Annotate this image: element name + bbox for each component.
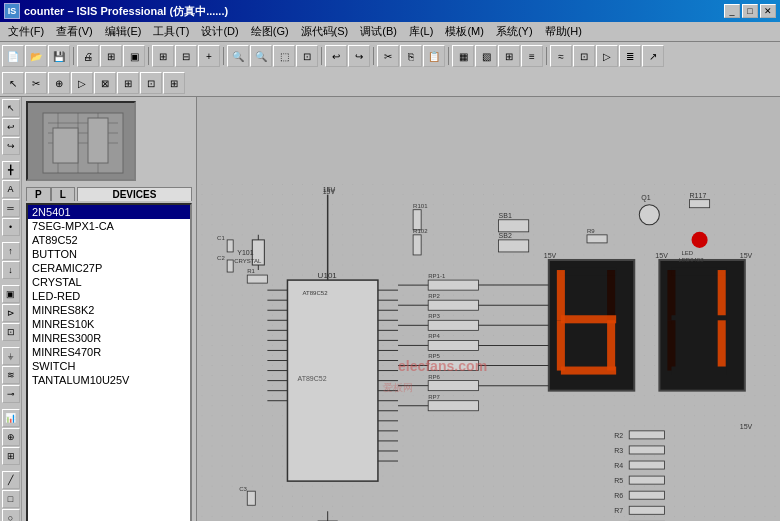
tool3-btn[interactable]: ⊕ (48, 72, 70, 94)
bom-button[interactable]: ≣ (619, 45, 641, 67)
undo-button[interactable]: ↩ (325, 45, 347, 67)
svg-text:R4: R4 (614, 462, 623, 469)
block2-button[interactable]: ▧ (475, 45, 497, 67)
redo-tool[interactable]: ↪ (2, 137, 20, 155)
simulate-button[interactable]: ▷ (596, 45, 618, 67)
device-item-minres300r[interactable]: MINRES300R (28, 331, 190, 345)
probe-tool[interactable]: ⊸ (2, 385, 20, 403)
menu-file[interactable]: 文件(F) (2, 22, 50, 41)
device-item-minres8k2[interactable]: MINRES8K2 (28, 303, 190, 317)
grid2-button[interactable]: ⊟ (175, 45, 197, 67)
tool5-btn[interactable]: ⊠ (94, 72, 116, 94)
device-item-button[interactable]: BUTTON (28, 247, 190, 261)
prop-button[interactable]: ≈ (550, 45, 572, 67)
close-button[interactable]: ✕ (760, 4, 776, 18)
cross-button[interactable]: + (198, 45, 220, 67)
window-controls[interactable]: _ □ ✕ (724, 4, 776, 18)
pointer-tool[interactable]: ↖ (2, 99, 20, 117)
menu-template[interactable]: 模板(M) (439, 22, 490, 41)
bus-tool[interactable]: ═ (2, 199, 20, 217)
zoom-fit-button[interactable]: ⊡ (296, 45, 318, 67)
device-list[interactable]: 2N5401 7SEG-MPX1-CA AT89C52 BUTTON CERAM… (26, 203, 192, 521)
paste-button[interactable]: 📋 (423, 45, 445, 67)
svg-text:C1: C1 (217, 235, 225, 241)
svg-text:15V: 15V (655, 252, 668, 259)
svg-rect-8 (53, 128, 78, 163)
move-down-tool[interactable]: ↓ (2, 261, 20, 279)
menu-debug[interactable]: 调试(B) (354, 22, 403, 41)
menu-design[interactable]: 设计(D) (195, 22, 244, 41)
save-button[interactable]: 💾 (48, 45, 70, 67)
sub-tool[interactable]: ⊡ (2, 323, 20, 341)
block-button[interactable]: ▦ (452, 45, 474, 67)
menu-edit[interactable]: 编辑(E) (99, 22, 148, 41)
annot-button[interactable]: ⊡ (573, 45, 595, 67)
wire-tool[interactable]: ╋ (2, 161, 20, 179)
label-tool[interactable]: A (2, 180, 20, 198)
tool2-btn[interactable]: ✂ (25, 72, 47, 94)
comp-tool[interactable]: ▣ (2, 285, 20, 303)
device-item-tantalum[interactable]: TANTALUM10U25V (28, 373, 190, 387)
menu-help[interactable]: 帮助(H) (539, 22, 588, 41)
ares-button[interactable]: ↗ (642, 45, 664, 67)
grid-button[interactable]: ⊞ (152, 45, 174, 67)
menu-tools[interactable]: 工具(T) (147, 22, 195, 41)
print-button[interactable]: 🖨 (77, 45, 99, 67)
move-up-tool[interactable]: ↑ (2, 242, 20, 260)
inst-tool[interactable]: ⊞ (2, 447, 20, 465)
menu-source[interactable]: 源代码(S) (295, 22, 355, 41)
new-button[interactable]: 📄 (2, 45, 24, 67)
tape-tool[interactable]: ⊕ (2, 428, 20, 446)
device-item-minres470r[interactable]: MINRES470R (28, 345, 190, 359)
gen-tool[interactable]: ≋ (2, 366, 20, 384)
minimize-button[interactable]: _ (724, 4, 740, 18)
redo-button[interactable]: ↪ (348, 45, 370, 67)
2d-box-tool[interactable]: □ (2, 490, 20, 508)
svg-text:爱板网: 爱板网 (383, 382, 413, 393)
netlist-button[interactable]: ≡ (521, 45, 543, 67)
open-button[interactable]: 📂 (25, 45, 47, 67)
cut-button[interactable]: ✂ (377, 45, 399, 67)
tool6-btn[interactable]: ⊞ (117, 72, 139, 94)
tab-p[interactable]: P (26, 187, 51, 201)
menu-draw[interactable]: 绘图(G) (245, 22, 295, 41)
tool7-btn[interactable]: ⊡ (140, 72, 162, 94)
export-button[interactable]: ▣ (123, 45, 145, 67)
zoom-in-button[interactable]: 🔍 (227, 45, 249, 67)
maximize-button[interactable]: □ (742, 4, 758, 18)
device-item-at89c52[interactable]: AT89C52 (28, 233, 190, 247)
zoom-out-button[interactable]: 🔍 (250, 45, 272, 67)
graph-tool[interactable]: 📊 (2, 409, 20, 427)
svg-text:RP7: RP7 (428, 394, 440, 400)
svg-point-103 (692, 232, 708, 248)
menu-system[interactable]: 系统(Y) (490, 22, 539, 41)
svg-rect-9 (88, 118, 108, 163)
zoom-area-button[interactable]: ⬚ (273, 45, 295, 67)
wire-button[interactable]: ⊞ (498, 45, 520, 67)
term-tool[interactable]: ⏚ (2, 347, 20, 365)
menu-view[interactable]: 查看(V) (50, 22, 99, 41)
device-item-minres10k[interactable]: MINRES10K (28, 317, 190, 331)
port-tool[interactable]: ⊳ (2, 304, 20, 322)
tool8-btn[interactable]: ⊞ (163, 72, 185, 94)
device-item-crystal[interactable]: CRYSTAL (28, 275, 190, 289)
svg-rect-67 (428, 340, 478, 350)
device-item-ceramic27p[interactable]: CERAMIC27P (28, 261, 190, 275)
2d-circle-tool[interactable]: ○ (2, 509, 20, 521)
svg-text:RP6: RP6 (428, 374, 440, 380)
menu-library[interactable]: 库(L) (403, 22, 439, 41)
device-item-switch[interactable]: SWITCH (28, 359, 190, 373)
select-btn[interactable]: ↖ (2, 72, 24, 94)
2d-line-tool[interactable]: ╱ (2, 471, 20, 489)
tool4-btn[interactable]: ▷ (71, 72, 93, 94)
undo-tool[interactable]: ↩ (2, 118, 20, 136)
copy-button[interactable]: ⎘ (400, 45, 422, 67)
svg-text:SB2: SB2 (499, 232, 512, 239)
tab-l[interactable]: L (51, 187, 75, 201)
svg-rect-101 (413, 235, 421, 255)
device-item-2n5401[interactable]: 2N5401 (28, 205, 190, 219)
device-item-led-red[interactable]: LED-RED (28, 289, 190, 303)
print2-button[interactable]: ⊞ (100, 45, 122, 67)
junc-tool[interactable]: • (2, 218, 20, 236)
device-item-7seg[interactable]: 7SEG-MPX1-CA (28, 219, 190, 233)
